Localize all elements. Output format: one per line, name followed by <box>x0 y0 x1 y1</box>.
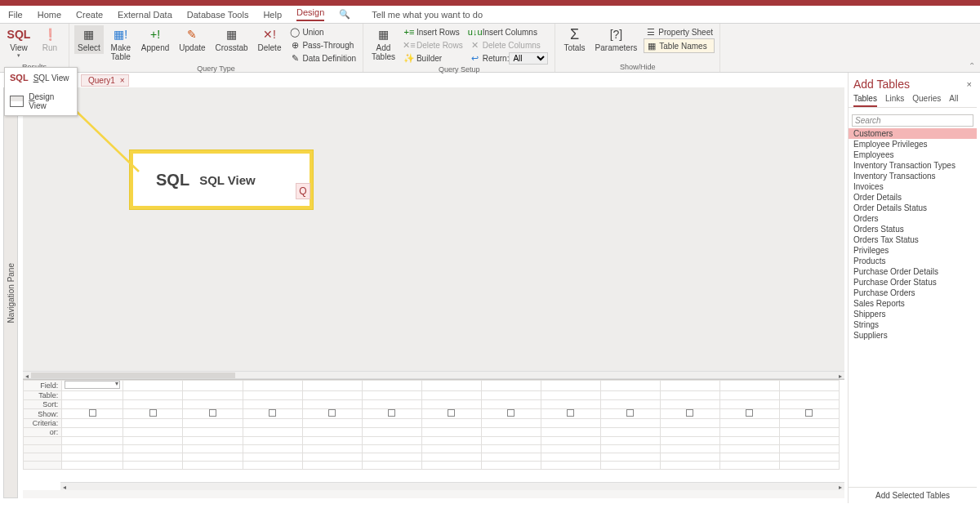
design-view-icon <box>10 96 24 107</box>
add-tables-title: Add Tables <box>853 78 910 91</box>
select-button[interactable]: ▦Select <box>74 25 104 54</box>
doc-tab-query1[interactable]: Query1 × <box>81 74 129 87</box>
table-list-item[interactable]: Employee Privileges <box>849 139 977 149</box>
make-table-icon: ▦! <box>114 27 128 42</box>
row-show: Show: <box>24 409 62 419</box>
params-icon: [?] <box>608 27 623 42</box>
update-icon: ✎ <box>185 27 199 42</box>
add-tables-list: CustomersEmployee PrivilegesEmployeesInv… <box>849 128 977 487</box>
close-tab-icon[interactable]: × <box>120 76 125 85</box>
table-list-item[interactable]: Inventory Transaction Types <box>849 160 977 171</box>
navpane-label: Navigation Pane <box>7 263 16 323</box>
row-table: Table: <box>24 391 62 400</box>
pane-tab-tables[interactable]: Tables <box>853 94 877 107</box>
sql-icon: SQL <box>10 73 29 83</box>
make-table-button[interactable]: ▦!Make Table <box>107 25 135 63</box>
return-select[interactable]: All <box>509 52 548 65</box>
table-list-item[interactable]: Employees <box>849 149 977 160</box>
title-bar <box>0 0 980 6</box>
select-icon: ▦ <box>82 27 96 42</box>
add-tables-search[interactable] <box>852 114 973 127</box>
view-dropdown-sql[interactable]: SQL SQL View <box>5 68 77 87</box>
table-list-item[interactable]: Order Details <box>849 192 977 203</box>
delete-columns-button[interactable]: ✕Delete Columns <box>468 38 550 51</box>
table-list-item[interactable]: Products <box>849 256 977 266</box>
delete-cols-icon: ✕ <box>470 39 481 51</box>
view-dropdown-design[interactable]: Design View <box>5 87 77 115</box>
scroll-right-icon[interactable]: ▸ <box>836 483 844 490</box>
union-button[interactable]: ◯Union <box>287 25 358 38</box>
sql-icon: SQL <box>11 27 26 42</box>
table-names-button[interactable]: ▦Table Names <box>644 38 715 53</box>
update-button[interactable]: ✎Update <box>176 25 208 54</box>
tab-file[interactable]: File <box>8 10 23 20</box>
tab-create[interactable]: Create <box>76 10 103 20</box>
table-list-item[interactable]: Orders Status <box>849 224 977 234</box>
grid-hscroll[interactable]: ◂ ▸ <box>60 482 844 490</box>
add-tables-button[interactable]: ▦Add Tables <box>368 25 399 63</box>
row-or: or: <box>24 428 62 437</box>
collapse-ribbon-icon[interactable]: ⌃ <box>969 61 975 70</box>
add-selected-tables-button[interactable]: Add Selected Tables <box>849 487 977 503</box>
row-criteria: Criteria: <box>24 419 62 428</box>
property-sheet-button[interactable]: ☰Property Sheet <box>644 25 715 38</box>
qbe-grid: Field: Table: Sort: Show: Criteria: or: … <box>23 379 844 490</box>
crosstab-button[interactable]: ▦Crosstab <box>212 25 252 54</box>
group-show-hide: Show/Hide <box>560 63 715 72</box>
tell-me[interactable]: Tell me what you want to do <box>372 10 483 20</box>
data-definition-button[interactable]: ✎Data Definition <box>287 51 358 65</box>
table-list-item[interactable]: Sales Reports <box>849 298 977 309</box>
table-list-item[interactable]: Shippers <box>849 309 977 319</box>
table-list-item[interactable]: Orders Tax Status <box>849 234 977 245</box>
canvas-hscroll[interactable]: ◂ ▸ <box>23 371 844 379</box>
totals-button[interactable]: ΣTotals <box>560 25 588 54</box>
table-list-item[interactable]: Purchase Order Details <box>849 266 977 277</box>
delete-icon: ✕! <box>262 27 277 42</box>
passthrough-button[interactable]: ⊕Pass-Through <box>287 38 358 51</box>
table-list-item[interactable]: Privileges <box>849 245 977 256</box>
row-sort: Sort: <box>24 400 62 409</box>
builder-button[interactable]: ✨Builder <box>402 51 465 65</box>
tab-external-data[interactable]: External Data <box>118 10 172 20</box>
table-list-item[interactable]: Suppliers <box>849 330 977 341</box>
scroll-left-icon[interactable]: ◂ <box>60 483 69 490</box>
table-list-item[interactable]: Purchase Order Status <box>849 277 977 288</box>
table-list-item[interactable]: Purchase Orders <box>849 288 977 298</box>
tab-database-tools[interactable]: Database Tools <box>187 10 249 20</box>
delete-rows-icon: ✕≡ <box>403 39 415 51</box>
scroll-thumb[interactable] <box>31 372 235 378</box>
delete-rows-button[interactable]: ✕≡Delete Rows <box>402 38 465 51</box>
navigation-pane-collapsed[interactable]: Navigation Pane <box>3 87 18 498</box>
run-button[interactable]: ❗ Run <box>36 25 64 54</box>
table-list-item[interactable]: Order Details Status <box>849 203 977 213</box>
close-pane-icon[interactable]: × <box>967 79 972 89</box>
propsheet-icon: ☰ <box>645 26 657 38</box>
pane-tab-all[interactable]: All <box>949 94 958 107</box>
totals-icon: Σ <box>568 27 582 42</box>
tab-help[interactable]: Help <box>263 10 282 20</box>
parameters-button[interactable]: [?]Parameters <box>592 25 641 54</box>
return-control: ↩Return:All <box>468 51 550 65</box>
union-icon: ◯ <box>289 26 301 38</box>
design-canvas[interactable] <box>23 87 844 371</box>
table-list-item[interactable]: Customers <box>849 128 977 139</box>
insert-rows-button[interactable]: +≡Insert Rows <box>402 25 465 38</box>
insert-columns-button[interactable]: u↓uInsert Columns <box>468 25 550 38</box>
pane-tab-links[interactable]: Links <box>885 94 904 107</box>
passthrough-icon: ⊕ <box>289 39 301 51</box>
show-checkbox[interactable] <box>89 409 96 417</box>
table-list-item[interactable]: Inventory Transactions <box>849 171 977 181</box>
table-list-item[interactable]: Strings <box>849 319 977 330</box>
table-list-item[interactable]: Invoices <box>849 181 977 192</box>
datadef-icon: ✎ <box>289 52 301 64</box>
crosstab-icon: ▦ <box>225 27 239 42</box>
pane-tab-queries[interactable]: Queries <box>912 94 941 107</box>
view-button[interactable]: SQL View ▾ <box>5 25 33 60</box>
table-list-item[interactable]: Orders <box>849 213 977 224</box>
doc-tab-label: Query1 <box>88 76 115 85</box>
delete-button[interactable]: ✕!Delete <box>255 25 285 54</box>
tab-home[interactable]: Home <box>38 10 61 20</box>
field-cell[interactable] <box>62 381 123 391</box>
tab-design[interactable]: Design <box>296 7 324 21</box>
append-button[interactable]: +!Append <box>138 25 172 54</box>
